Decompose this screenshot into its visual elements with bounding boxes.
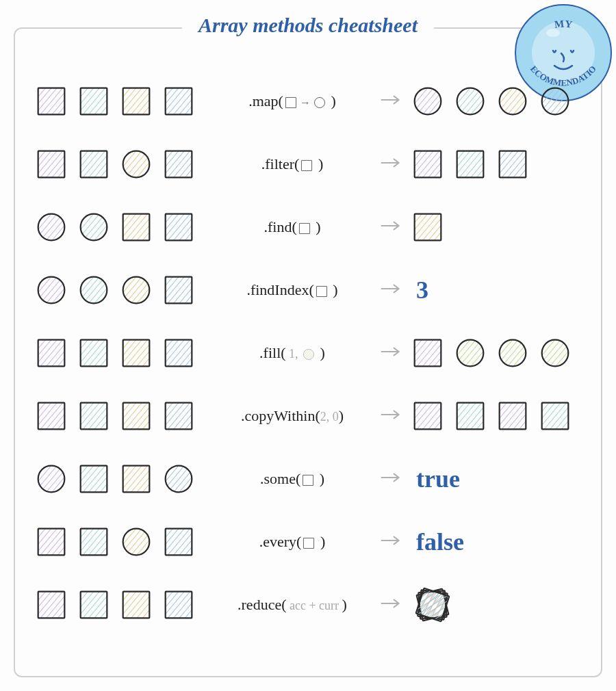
svg-rect-13 [285, 97, 296, 107]
filter-method-label: .filter( ) [214, 155, 371, 173]
copyWithin-input-0-square [36, 400, 67, 432]
find-method-prefix: .find( [264, 218, 296, 235]
find-method-inline-square-icon [298, 222, 311, 235]
copyWithin-method-inline-text: 2, 0 [320, 410, 339, 423]
copyWithin-input-2-square [120, 400, 152, 432]
rows-container: .map(→ ) .filter( ) .find( ) .findIndex(… [36, 70, 580, 636]
svg-rect-79 [81, 403, 107, 430]
map-method-suffix: ) [327, 92, 336, 109]
svg-rect-45 [166, 214, 192, 241]
findIndex-method-inline-square-icon [316, 285, 328, 298]
svg-rect-43 [123, 214, 150, 241]
svg-rect-113 [81, 592, 107, 618]
svg-point-14 [314, 97, 324, 107]
svg-rect-108 [166, 529, 192, 556]
map-input-1-square [78, 86, 110, 117]
svg-rect-85 [415, 403, 441, 430]
svg-point-106 [123, 529, 150, 556]
reduce-input-1-square [78, 589, 110, 621]
svg-rect-57 [316, 286, 326, 296]
row-findIndex: .findIndex( )3 [36, 259, 580, 322]
reduce-method-label: .reduce( acc + curr ) [214, 596, 371, 614]
some-method-prefix: .some( [260, 470, 300, 487]
svg-rect-26 [81, 151, 107, 178]
fill-method-inline-circle-icon [303, 348, 315, 361]
svg-rect-56 [166, 277, 192, 304]
copyWithin-arrow-icon [378, 408, 405, 424]
find-arrow-icon [378, 219, 405, 235]
svg-point-39 [38, 214, 65, 241]
filter-method-prefix: .filter( [261, 155, 300, 172]
fill-arrow-icon [378, 345, 405, 361]
filter-input-0-square [36, 148, 67, 180]
some-result-text: true [412, 465, 580, 493]
map-output-0-circle [412, 86, 444, 117]
fill-method-suffix: ) [316, 344, 325, 361]
every-method-label: .every( ) [214, 533, 371, 551]
fill-output-1-circle [454, 337, 486, 369]
every-method-inline-square-icon [303, 537, 315, 549]
svg-point-73 [500, 340, 526, 367]
reduce-method-suffix: ) [342, 596, 347, 613]
some-input-1-square [78, 463, 110, 495]
copyWithin-input-3-square [163, 400, 194, 432]
some-input-0-circle [36, 463, 67, 495]
reduce-input-3-square [163, 589, 194, 621]
copyWithin-output-1-square [454, 400, 486, 432]
badge-top-text: MY [554, 18, 573, 30]
every-input-1-square [78, 526, 110, 558]
row-map: .map(→ ) [36, 70, 580, 133]
find-method-label: .find( ) [214, 218, 371, 236]
row-filter: .filter( ) [36, 133, 580, 196]
find-output-0-square [412, 211, 444, 243]
fill-input-0-square [36, 337, 67, 369]
svg-rect-61 [81, 340, 107, 367]
svg-rect-111 [38, 592, 65, 618]
page-title: Array methods cheatsheet [198, 14, 418, 37]
reduce-input-0-square [36, 589, 67, 621]
svg-point-93 [38, 466, 65, 493]
copyWithin-input-shapes [36, 400, 207, 432]
svg-point-18 [457, 88, 484, 115]
map-input-shapes [36, 86, 207, 117]
filter-input-3-square [163, 148, 194, 180]
filter-method-suffix: ) [314, 155, 323, 172]
svg-point-75 [542, 340, 569, 367]
some-input-2-square [120, 463, 152, 495]
fill-input-shapes [36, 337, 207, 369]
svg-rect-69 [415, 340, 441, 367]
svg-point-99 [166, 466, 192, 493]
find-input-2-square [120, 211, 152, 243]
every-input-0-square [36, 526, 67, 558]
filter-output-2-square [497, 148, 528, 180]
filter-method-inline-square-icon [300, 159, 313, 172]
svg-rect-31 [302, 160, 312, 170]
find-output-shapes [412, 211, 580, 243]
svg-point-28 [123, 151, 150, 178]
fill-input-3-square [163, 337, 194, 369]
filter-output-shapes [412, 148, 580, 180]
every-arrow-icon [378, 534, 405, 550]
map-method-prefix: .map( [248, 92, 283, 109]
filter-input-2-circle [120, 148, 152, 180]
findIndex-method-suffix: ) [329, 281, 338, 298]
svg-rect-125 [416, 588, 450, 622]
svg-rect-87 [457, 403, 484, 430]
svg-rect-48 [415, 214, 441, 241]
svg-rect-33 [415, 151, 441, 178]
svg-point-22 [542, 88, 569, 115]
svg-rect-83 [166, 403, 192, 430]
filter-output-1-square [454, 148, 486, 180]
copyWithin-output-3-square [539, 400, 571, 432]
findIndex-result-text: 3 [412, 276, 580, 304]
findIndex-input-shapes [36, 274, 207, 306]
fill-input-2-square [120, 337, 152, 369]
svg-rect-115 [123, 592, 150, 618]
svg-rect-89 [500, 403, 526, 430]
findIndex-method-label: .findIndex( ) [214, 281, 371, 299]
svg-rect-77 [38, 403, 65, 430]
map-method-label: .map(→ ) [214, 92, 371, 110]
svg-rect-97 [123, 466, 150, 493]
copyWithin-output-0-square [412, 400, 444, 432]
map-method-inline-circle-icon [313, 96, 326, 109]
